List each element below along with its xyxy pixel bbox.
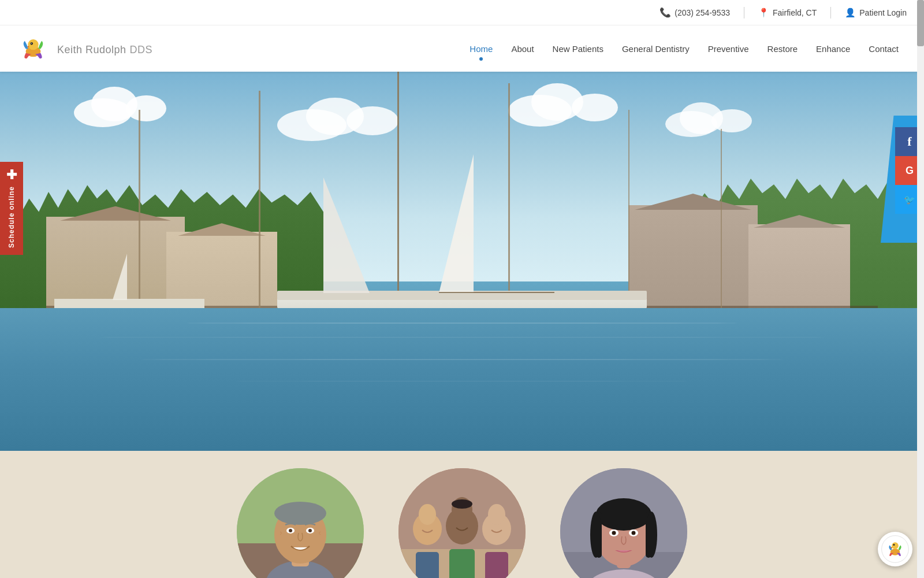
divider-2 bbox=[830, 7, 831, 18]
header: Keith RudolphDDS Home About New Patients… bbox=[0, 25, 924, 72]
cloud-2 bbox=[277, 95, 404, 141]
svg-point-12 bbox=[289, 529, 292, 532]
schedule-online-button[interactable]: ✚ Schedule online bbox=[0, 162, 23, 255]
user-icon: 👤 bbox=[845, 8, 856, 18]
chat-widget-icon bbox=[881, 535, 910, 564]
svg-point-19 bbox=[419, 504, 436, 525]
divider-1 bbox=[744, 7, 744, 18]
patient-login-text: Patient Login bbox=[859, 8, 907, 17]
patient-photo-2 bbox=[398, 468, 526, 578]
cloud-4 bbox=[665, 102, 758, 137]
patient-login-link[interactable]: 👤 Patient Login bbox=[845, 8, 907, 18]
google-icon: G bbox=[906, 165, 914, 177]
phone-number: (203) 254-9533 bbox=[675, 8, 730, 17]
nav-new-patients[interactable]: New Patients bbox=[545, 39, 612, 58]
location-text: Fairfield, CT bbox=[773, 8, 817, 17]
mast-5 bbox=[721, 129, 722, 320]
top-bar: 📞 (203) 254-9533 📍 Fairfield, CT 👤 Patie… bbox=[0, 0, 924, 25]
svg-point-40 bbox=[632, 531, 636, 535]
schedule-label: Schedule online bbox=[8, 186, 16, 248]
svg-point-44 bbox=[893, 544, 895, 546]
location-icon: 📍 bbox=[758, 8, 769, 18]
circle-photo-woman bbox=[560, 468, 687, 578]
svg-point-1 bbox=[28, 39, 38, 50]
svg-point-32 bbox=[596, 498, 651, 531]
cloud-3 bbox=[508, 83, 624, 127]
location-link[interactable]: 📍 Fairfield, CT bbox=[758, 8, 817, 18]
logo-text: Keith RudolphDDS bbox=[55, 41, 152, 56]
svg-point-35 bbox=[590, 512, 602, 558]
scrollbar-thumb[interactable] bbox=[917, 0, 924, 46]
svg-point-26 bbox=[452, 499, 472, 509]
sailboat-main bbox=[231, 201, 693, 316]
phone-link[interactable]: 📞 (203) 254-9533 bbox=[660, 7, 730, 18]
chat-widget[interactable] bbox=[878, 532, 912, 566]
hero-section bbox=[0, 72, 924, 453]
nav-preventive[interactable]: Preventive bbox=[700, 39, 757, 58]
cloud-1 bbox=[74, 87, 178, 127]
nav-about[interactable]: About bbox=[503, 39, 542, 58]
circle-photo-man bbox=[237, 468, 364, 578]
phone-icon: 📞 bbox=[660, 7, 671, 18]
bottom-circles-section bbox=[0, 451, 924, 578]
logo-name: Keith RudolphDDS bbox=[55, 41, 152, 56]
svg-point-38 bbox=[612, 531, 616, 535]
nav-contact[interactable]: Contact bbox=[860, 39, 907, 58]
nav-home[interactable]: Home bbox=[461, 39, 501, 58]
nav-enhance[interactable]: Enhance bbox=[808, 39, 858, 58]
main-nav: Home About New Patients General Dentistr… bbox=[461, 39, 907, 58]
svg-point-10 bbox=[274, 502, 326, 525]
nav-restore[interactable]: Restore bbox=[759, 39, 806, 58]
logo-link[interactable]: Keith RudolphDDS bbox=[17, 33, 152, 65]
svg-rect-18 bbox=[416, 552, 439, 578]
patient-photo-3 bbox=[560, 468, 687, 578]
facebook-icon: f bbox=[907, 134, 911, 149]
svg-point-25 bbox=[488, 504, 505, 525]
svg-point-43 bbox=[892, 542, 899, 549]
svg-point-36 bbox=[646, 512, 657, 558]
patient-photo-1 bbox=[237, 468, 364, 578]
svg-rect-21 bbox=[449, 549, 475, 578]
svg-point-3 bbox=[31, 43, 32, 43]
scrollbar[interactable] bbox=[917, 0, 924, 578]
cross-icon: ✚ bbox=[6, 169, 17, 181]
water bbox=[0, 308, 924, 453]
nav-general-dentistry[interactable]: General Dentistry bbox=[614, 39, 698, 58]
circle-photo-group bbox=[398, 468, 526, 578]
svg-rect-24 bbox=[485, 552, 508, 578]
hero-background bbox=[0, 72, 924, 453]
twitter-icon: 🐦 bbox=[904, 194, 915, 205]
svg-point-14 bbox=[308, 529, 312, 532]
logo-bird-icon bbox=[17, 33, 49, 65]
boat-left bbox=[46, 258, 213, 316]
